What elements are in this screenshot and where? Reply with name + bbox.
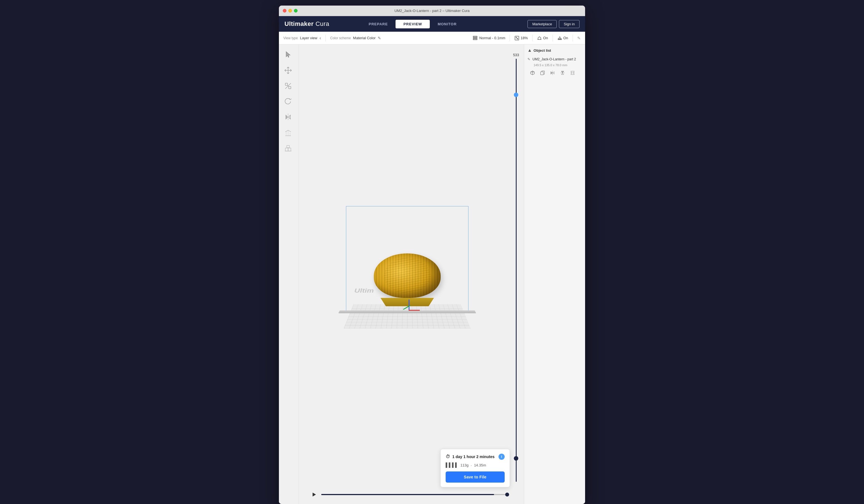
object-name: UM2_Jack-O-Lantern - part 2 [532,57,576,61]
signin-button[interactable]: Sign in [559,20,579,28]
clock-icon: ⏱ [446,454,450,459]
bed-watermark: Ultim [354,287,374,294]
axes-indicator [402,297,418,311]
app-window: UM2_Jack-O-Lantern - part 2 – Ultimaker … [279,5,585,504]
pencil-icon: ✎ [527,57,530,61]
adhesion-value: On [563,36,568,40]
marketplace-button[interactable]: Marketplace [527,20,557,28]
header-actions: Marketplace Sign in [527,20,579,28]
app-header: Ultimaker Cura PREPARE PREVIEW MONITOR M… [279,16,585,32]
svg-marker-17 [286,115,288,119]
playbar [310,491,507,499]
support-icon [537,36,542,41]
traffic-lights [283,9,298,13]
svg-rect-0 [473,36,477,37]
chevron-left-icon[interactable]: ‹ [320,36,321,41]
edit-color-scheme-icon[interactable]: ✎ [378,36,381,40]
time-row: ⏱ 1 day 1 hour 2 minutes i [446,454,505,460]
tool-scale[interactable] [281,79,295,93]
action-mirror-x[interactable] [549,69,556,77]
edit-settings-icon[interactable]: ✎ [577,36,581,40]
svg-rect-2 [473,39,477,40]
object-list-label: Object list [533,48,551,52]
infill-percent: 18% [520,36,528,40]
model-texture [384,258,431,293]
3d-model [374,254,441,298]
object-list-item[interactable]: ✎ UM2_Jack-O-Lantern - part 2 [527,56,582,63]
svg-marker-34 [562,73,564,75]
view-type-value[interactable]: Layer view [300,36,317,40]
maximize-button[interactable] [294,9,298,13]
svg-rect-24 [288,148,291,151]
material-row: ▌▌▌▌ 113g · 14.35m [446,463,505,468]
svg-marker-18 [289,115,290,119]
minimize-button[interactable] [288,9,292,13]
window-title: UM2_Jack-O-Lantern - part 2 – Ultimaker … [394,9,470,13]
tool-support[interactable] [281,126,295,140]
object-list-toggle[interactable]: ▲ [527,48,532,53]
action-mirror-y[interactable] [559,69,566,77]
svg-marker-27 [313,493,316,496]
svg-line-4 [516,37,518,39]
color-scheme-value[interactable]: Material Color [353,36,375,40]
nav-tabs: PREPARE PREVIEW MONITOR [361,20,465,28]
color-scheme-label: Color scheme [330,36,351,40]
view-type-label: View type [283,36,298,40]
print-bed-platform [338,310,476,313]
time-value: 1 day 1 hour 2 minutes [452,454,495,459]
tab-preview[interactable]: PREVIEW [396,20,430,28]
svg-rect-12 [285,83,288,85]
save-to-file-button[interactable]: Save to File [446,471,505,482]
x-axis [409,310,420,311]
svg-rect-1 [473,38,477,38]
tab-monitor[interactable]: MONITOR [430,20,464,28]
progress-thumb[interactable] [505,493,509,496]
svg-marker-30 [551,72,552,74]
info-button[interactable]: i [499,454,505,460]
svg-rect-25 [287,146,289,148]
toolbar-divider-5 [573,35,573,41]
progress-fill [321,494,494,495]
sidebar-tools [279,45,299,504]
svg-rect-13 [289,86,291,89]
object-dimensions: 149.5 x 135.0 x 78.0 mm [533,63,582,67]
tool-mirror[interactable] [281,110,295,124]
tool-rotate[interactable] [281,95,295,109]
layer-slider: 533 [513,53,519,482]
action-cube[interactable] [529,69,536,77]
material-separator: · [471,463,472,467]
tool-select[interactable] [281,48,295,62]
progress-track[interactable] [321,494,507,495]
action-mirror-z[interactable] [569,69,576,77]
slider-track[interactable] [516,59,517,482]
slider-thumb-bottom[interactable] [514,456,518,460]
print-time: ⏱ 1 day 1 hour 2 minutes [446,454,495,459]
adhesion-toggle[interactable]: On [557,36,568,41]
toolbar-divider-1 [325,35,326,41]
print-profile-value: Normal - 0.1mm [479,36,505,40]
scene-3d: Ultim [338,206,477,329]
print-scene: Ultim [313,53,502,482]
svg-marker-31 [553,72,554,74]
toolbar-divider-3 [532,35,532,41]
close-button[interactable] [283,9,286,13]
tool-per-model[interactable] [281,141,295,155]
svg-rect-23 [285,148,288,151]
svg-marker-33 [562,71,564,73]
model-body [374,254,441,298]
info-panel: ⏱ 1 day 1 hour 2 minutes i ▌▌▌▌ 113g · 1… [440,449,510,487]
viewport[interactable]: Ultim [299,45,524,504]
action-duplicate[interactable] [539,69,547,77]
print-profile[interactable]: Normal - 0.1mm [473,36,505,41]
play-button[interactable] [310,491,318,499]
material-length: 14.35m [474,463,486,467]
app-logo: Ultimaker Cura [285,20,329,27]
title-bar: UM2_Jack-O-Lantern - part 2 – Ultimaker … [279,5,585,16]
support-toggle[interactable]: On [537,36,548,41]
infill-toggle[interactable]: 18% [514,36,528,41]
tool-move[interactable] [281,63,295,77]
object-actions [527,69,582,77]
tab-prepare[interactable]: PREPARE [361,20,396,28]
toolbar: View type Layer view ‹ Color scheme Mate… [279,32,585,45]
slider-thumb-top[interactable] [514,93,518,97]
